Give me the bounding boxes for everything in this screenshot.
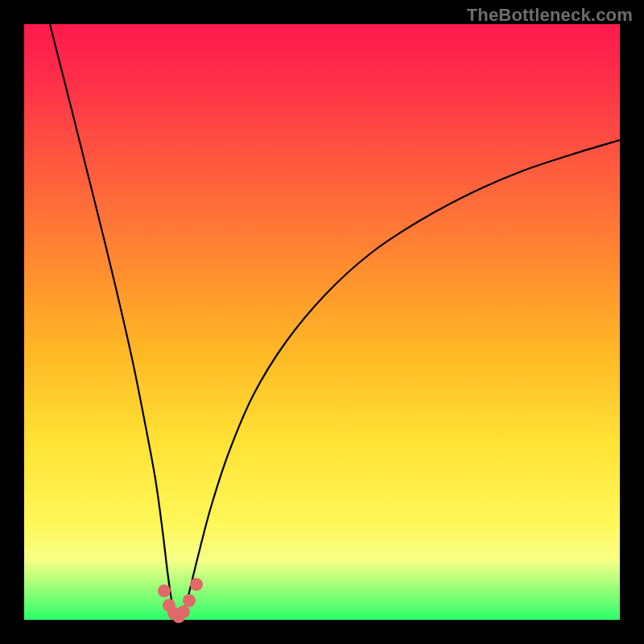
curve-marker	[190, 578, 203, 591]
bottleneck-curve-svg	[24, 24, 620, 620]
curve-marker	[177, 605, 190, 618]
watermark-text: TheBottleneck.com	[467, 5, 633, 26]
curve-left-arm	[50, 24, 175, 620]
plot-area	[24, 24, 620, 620]
curve-marker	[158, 584, 171, 597]
curve-marker	[183, 594, 196, 607]
curve-right-arm	[182, 140, 620, 620]
bottom-markers	[158, 578, 203, 623]
